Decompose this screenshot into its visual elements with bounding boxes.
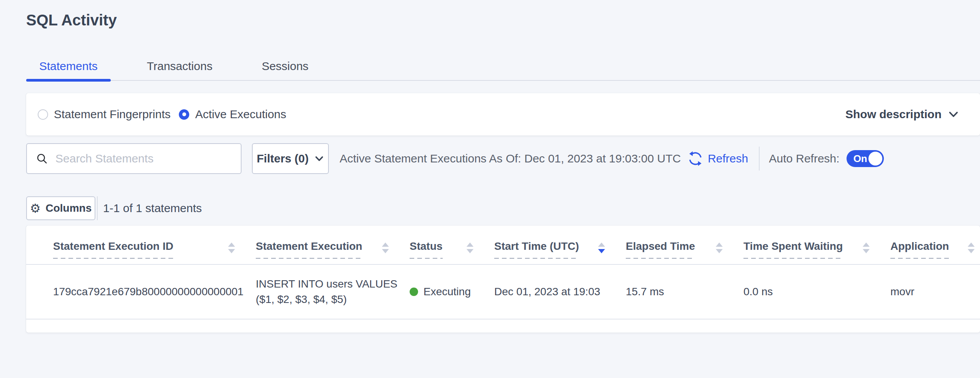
table-header-row: Statement Execution ID Statement Executi… xyxy=(26,226,980,264)
show-description-toggle[interactable]: Show description xyxy=(845,108,959,121)
sort-arrows-icon[interactable] xyxy=(863,243,870,253)
cell-time-spent-waiting: 0.0 ns xyxy=(743,264,890,319)
radio-selected-icon xyxy=(179,109,189,120)
filters-button[interactable]: Filters (0) xyxy=(252,143,329,174)
table-toolbar: ⚙ Columns 1-1 of 1 statements xyxy=(26,196,980,220)
radio-statement-fingerprints[interactable]: Statement Fingerprints xyxy=(38,108,170,121)
column-header-start-time[interactable]: Start Time (UTC) xyxy=(494,226,626,264)
results-count: 1-1 of 1 statements xyxy=(103,202,202,215)
auto-refresh-toggle[interactable]: On xyxy=(847,150,884,167)
status-dot-icon xyxy=(410,288,418,296)
radio-label: Statement Fingerprints xyxy=(54,108,170,121)
column-header-application[interactable]: Application xyxy=(890,226,980,264)
sort-arrows-icon[interactable] xyxy=(598,243,605,253)
page-title: SQL Activity xyxy=(26,0,980,29)
column-header-time-spent-waiting[interactable]: Time Spent Waiting xyxy=(743,226,890,264)
tab-sessions[interactable]: Sessions xyxy=(248,52,322,80)
divider xyxy=(759,147,760,171)
sort-arrows-icon[interactable] xyxy=(968,243,975,253)
column-header-statement-execution-id[interactable]: Statement Execution ID xyxy=(26,226,256,264)
statements-table: Statement Execution ID Statement Executi… xyxy=(26,226,980,319)
columns-label: Columns xyxy=(46,202,92,214)
radio-unselected-icon xyxy=(38,109,48,120)
cell-statement-execution-id[interactable]: 179cca7921e679b80000000000000001 xyxy=(26,264,256,319)
refresh-label: Refresh xyxy=(708,152,748,165)
column-header-elapsed-time[interactable]: Elapsed Time xyxy=(626,226,743,264)
toggle-knob xyxy=(868,152,882,166)
show-description-label: Show description xyxy=(845,108,942,121)
search-input[interactable] xyxy=(55,152,232,165)
column-header-status[interactable]: Status xyxy=(410,226,494,264)
cell-status: Executing xyxy=(410,264,494,319)
view-mode-card: Statement Fingerprints Active Executions… xyxy=(26,93,980,135)
as-of-timestamp: Active Statement Executions As Of: Dec 0… xyxy=(340,152,681,165)
controls-row: Filters (0) Active Statement Executions … xyxy=(26,143,980,174)
sort-arrows-icon[interactable] xyxy=(716,243,723,253)
column-header-statement-execution[interactable]: Statement Execution xyxy=(256,226,410,264)
sql-activity-page: SQL Activity Statements Transactions Ses… xyxy=(0,0,980,333)
filters-label: Filters (0) xyxy=(257,152,308,165)
table-row: 179cca7921e679b80000000000000001 INSERT … xyxy=(26,264,980,319)
tab-statements[interactable]: Statements xyxy=(26,52,111,80)
columns-button[interactable]: ⚙ Columns xyxy=(26,196,95,220)
tab-bar: Statements Transactions Sessions xyxy=(26,52,980,81)
search-icon xyxy=(35,152,48,165)
statements-table-card: Statement Execution ID Statement Executi… xyxy=(26,226,980,333)
chevron-down-icon xyxy=(314,154,324,164)
radio-label: Active Executions xyxy=(195,108,286,121)
sort-arrows-icon[interactable] xyxy=(467,243,473,253)
sort-arrows-icon[interactable] xyxy=(382,243,389,253)
refresh-icon xyxy=(687,150,704,167)
search-input-wrapper[interactable] xyxy=(26,143,242,174)
chevron-down-icon xyxy=(948,109,959,120)
gear-icon: ⚙ xyxy=(30,202,41,214)
refresh-button[interactable]: Refresh xyxy=(687,150,748,167)
cell-start-time: Dec 01, 2023 at 19:03 xyxy=(494,264,626,319)
status-label: Executing xyxy=(423,286,471,298)
tab-transactions[interactable]: Transactions xyxy=(134,52,226,80)
cell-application: movr xyxy=(890,264,980,319)
divider xyxy=(97,196,98,220)
cell-elapsed-time: 15.7 ms xyxy=(626,264,743,319)
auto-refresh-label: Auto Refresh: xyxy=(769,152,839,165)
radio-active-executions[interactable]: Active Executions xyxy=(179,108,286,121)
cell-statement-execution[interactable]: INSERT INTO users VALUES ($1, $2, $3, $4… xyxy=(256,264,410,319)
sort-arrows-icon[interactable] xyxy=(228,243,235,253)
toggle-state-label: On xyxy=(853,153,867,165)
